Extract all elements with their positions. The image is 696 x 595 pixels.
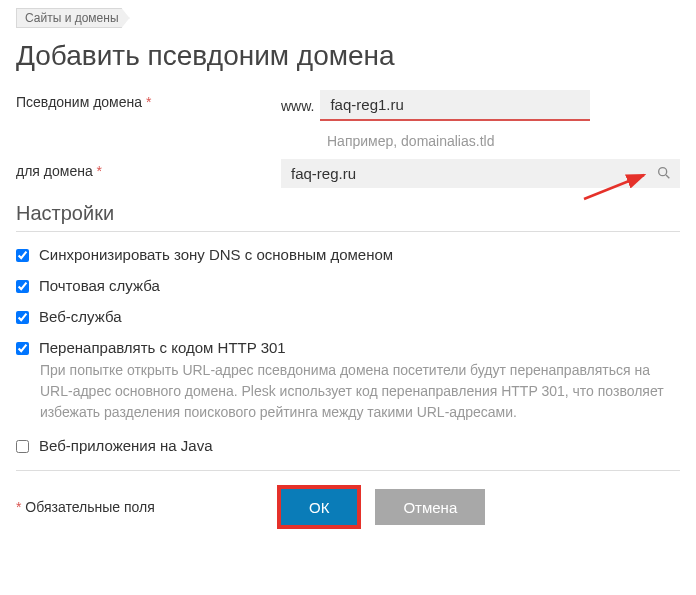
alias-label: Псевдоним домена * — [16, 90, 281, 110]
page-title: Добавить псевдоним домена — [16, 40, 680, 72]
mail-checkbox[interactable] — [16, 280, 29, 293]
java-checkbox[interactable] — [16, 440, 29, 453]
required-note: * Обязательные поля — [16, 499, 281, 515]
www-prefix: www. — [281, 98, 314, 114]
redirect-desc: При попытке открыть URL-адрес псевдонима… — [40, 360, 680, 423]
ok-button[interactable]: ОК — [281, 489, 357, 525]
alias-hint: Например, domainalias.tld — [327, 133, 494, 149]
web-label: Веб-служба — [39, 308, 121, 325]
java-label: Веб-приложения на Java — [39, 437, 213, 454]
redirect-label: Перенаправлять с кодом HTTP 301 — [39, 339, 286, 356]
settings-title: Настройки — [16, 202, 680, 232]
cancel-button[interactable]: Отмена — [375, 489, 485, 525]
redirect-checkbox[interactable] — [16, 342, 29, 355]
breadcrumb[interactable]: Сайты и домены — [16, 8, 130, 28]
for-domain-input[interactable] — [281, 159, 680, 188]
mail-label: Почтовая служба — [39, 277, 160, 294]
svg-line-1 — [666, 175, 669, 178]
web-checkbox[interactable] — [16, 311, 29, 324]
search-icon[interactable] — [654, 163, 674, 183]
for-domain-label: для домена * — [16, 159, 281, 179]
dns-sync-label: Синхронизировать зону DNS с основным дом… — [39, 246, 393, 263]
dns-sync-checkbox[interactable] — [16, 249, 29, 262]
alias-input[interactable] — [320, 90, 590, 121]
svg-point-0 — [659, 168, 667, 176]
